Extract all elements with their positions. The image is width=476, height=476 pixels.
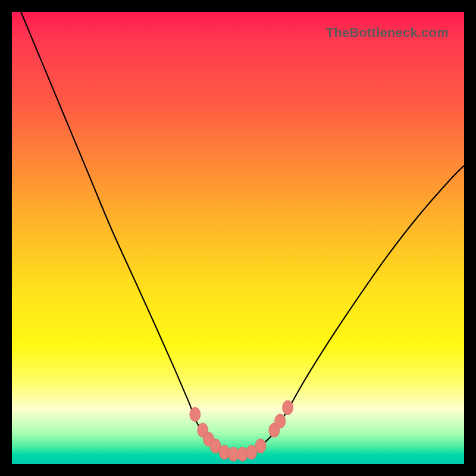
curve-marker <box>275 414 286 428</box>
chart-frame: TheBottleneck.com <box>0 0 476 476</box>
bottleneck-curve <box>21 12 464 455</box>
curve-marker <box>283 400 293 415</box>
curve-svg <box>12 12 464 464</box>
curve-marker <box>255 439 266 453</box>
curve-markers <box>190 400 293 461</box>
plot-area: TheBottleneck.com <box>12 12 464 464</box>
curve-marker <box>190 407 201 421</box>
